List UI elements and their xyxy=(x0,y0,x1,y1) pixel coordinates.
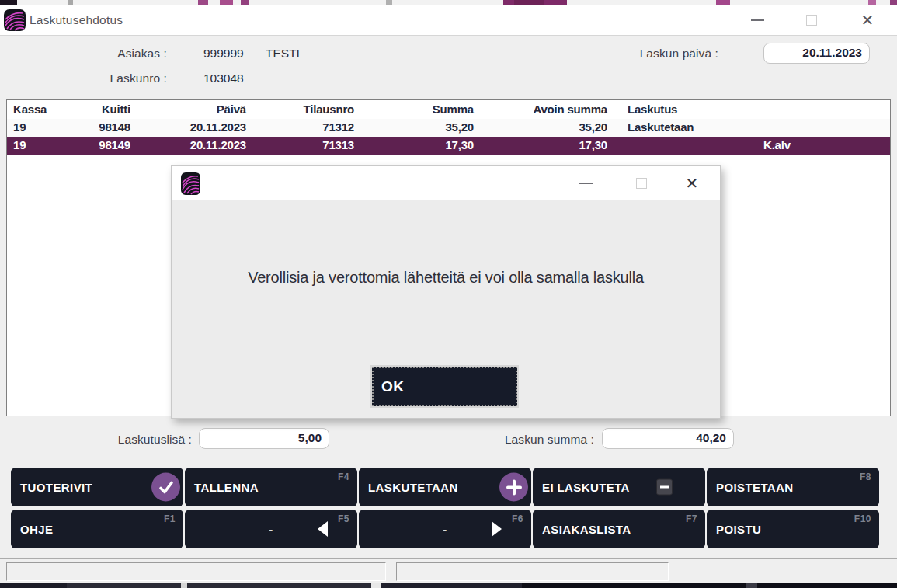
app-logo-icon xyxy=(4,9,26,31)
dialog-maximize-button[interactable] xyxy=(624,166,659,200)
cell-tilausnro: 71312 xyxy=(261,120,354,136)
button-label: OHJE xyxy=(20,523,53,536)
button-label: ASIAKASLISTA xyxy=(542,523,631,536)
maximize-icon xyxy=(636,178,647,189)
cell-paiva: 20.11.2023 xyxy=(153,120,246,136)
cell-alv: K.alv xyxy=(763,138,833,154)
col-header-laskutus[interactable]: Laskutus xyxy=(628,103,752,118)
button-label: EI LASKUTETA xyxy=(542,481,630,494)
fkey-label: F8 xyxy=(860,471,871,482)
cell-tilausnro: 71313 xyxy=(261,138,354,154)
tallenna-button[interactable]: TALLENNA F4 xyxy=(185,468,357,506)
fkey-label: F7 xyxy=(686,513,697,524)
laskun-paiva-label: Laskun päivä : xyxy=(598,47,718,61)
button-label: - xyxy=(185,523,357,536)
close-icon: ✕ xyxy=(686,176,699,191)
poistu-button[interactable]: POISTU F10 xyxy=(707,510,879,548)
table-row-selected[interactable]: 19 98149 20.11.2023 71313 17,30 17,30 K.… xyxy=(7,137,890,155)
cell-kuitti: 98148 xyxy=(53,120,130,136)
cell-laskutus xyxy=(628,138,752,154)
laskun-summa-input[interactable]: 40,20 xyxy=(602,428,734,449)
fkey-label: F5 xyxy=(338,513,349,524)
close-button[interactable]: ✕ xyxy=(850,5,885,35)
close-icon: ✕ xyxy=(861,12,874,28)
laskunro-label: Laskunro : xyxy=(47,71,167,85)
col-header-avoin-summa[interactable]: Avoin summa xyxy=(514,103,607,118)
laskunro-value: 103048 xyxy=(203,71,244,85)
fkey-label: F4 xyxy=(338,471,349,482)
statusbar-field-right xyxy=(396,562,669,581)
col-header-kuitti[interactable]: Kuitti xyxy=(53,103,130,118)
ohje-button[interactable]: OHJE F1 xyxy=(11,510,183,548)
next-button[interactable]: - F6 xyxy=(359,510,531,548)
cell-laskutus: Laskutetaan xyxy=(628,120,752,136)
maximize-button[interactable] xyxy=(794,5,829,35)
minimize-icon xyxy=(579,183,593,184)
laskutetaan-button[interactable]: LASKUTETAAN xyxy=(359,468,531,506)
title-bar: Laskutusehdotus ✕ xyxy=(0,5,897,36)
window-title: Laskutusehdotus xyxy=(30,5,123,35)
button-label: TALLENNA xyxy=(194,481,259,494)
laskutuslisa-label: Laskutuslisä : xyxy=(74,433,192,447)
button-label: LASKUTETAAN xyxy=(368,481,458,494)
cell-alv xyxy=(763,120,833,136)
statusbar-divider xyxy=(0,557,897,559)
cell-avoin-summa: 17,30 xyxy=(514,138,607,154)
statusbar-field-left xyxy=(6,562,386,581)
col-header-summa[interactable]: Summa xyxy=(381,103,474,118)
fkey-label: F1 xyxy=(164,513,176,524)
col-header-paiva[interactable]: Päivä xyxy=(153,103,246,118)
button-label: POISTETAAN xyxy=(716,481,794,494)
plus-icon xyxy=(499,473,528,502)
asiakas-value: 999999 xyxy=(203,47,244,61)
button-grid: TUOTERIVIT TALLENNA F4 LASKUTETAAN EI LA… xyxy=(11,468,881,548)
button-label: - xyxy=(359,523,531,536)
ok-button[interactable]: OK xyxy=(372,367,517,406)
dialog-message: Verollisia ja verottomia lähetteitä ei v… xyxy=(172,269,720,287)
col-header-tilausnro[interactable]: Tilausnro xyxy=(261,103,354,118)
message-dialog: ✕ Verollisia ja verottomia lähetteitä ei… xyxy=(171,165,721,419)
maximize-icon xyxy=(806,15,817,26)
dialog-close-button[interactable]: ✕ xyxy=(675,166,709,200)
prev-button[interactable]: - F5 xyxy=(185,510,357,548)
minimize-icon xyxy=(751,19,764,21)
laskutuslisa-input[interactable]: 5,00 xyxy=(199,428,329,449)
asiakaslista-button[interactable]: ASIAKASLISTA F7 xyxy=(533,510,705,548)
fkey-label: F6 xyxy=(512,513,523,524)
dialog-minimize-button[interactable] xyxy=(568,166,603,200)
minus-icon xyxy=(656,479,673,496)
fkey-label: F10 xyxy=(854,513,871,524)
laskun-summa-label: Laskun summa : xyxy=(464,433,594,447)
cell-kuitti: 98149 xyxy=(53,138,130,154)
cell-summa: 17,30 xyxy=(381,138,474,154)
cell-avoin-summa: 35,20 xyxy=(514,120,607,136)
asiakas-label: Asiakas : xyxy=(47,47,167,61)
backdrop-bottom-strip xyxy=(0,583,897,588)
app-window: Laskutusehdotus ✕ Asiakas : 999999 TESTI… xyxy=(0,0,897,588)
tuoterivit-button[interactable]: TUOTERIVIT xyxy=(11,468,183,506)
dialog-title-bar: ✕ xyxy=(172,166,720,200)
arrow-right-icon xyxy=(492,521,502,537)
button-label: TUOTERIVIT xyxy=(20,481,92,494)
arrow-left-icon xyxy=(318,521,328,537)
ei-laskuteta-button[interactable]: EI LASKUTETA xyxy=(533,468,705,506)
minimize-button[interactable] xyxy=(739,5,775,35)
asiakas-name: TESTI xyxy=(266,47,300,61)
laskun-paiva-input[interactable]: 20.11.2023 xyxy=(763,43,870,64)
table-row[interactable]: 19 98148 20.11.2023 71312 35,20 35,20 La… xyxy=(7,119,890,137)
dialog-logo-icon xyxy=(181,172,200,195)
cell-paiva: 20.11.2023 xyxy=(153,138,246,154)
cell-summa: 35,20 xyxy=(381,120,474,136)
check-icon xyxy=(151,473,180,502)
table-header-row: Kassa Kuitti Päivä Tilausnro Summa Avoin… xyxy=(7,101,890,119)
poistetaan-button[interactable]: POISTETAAN F8 xyxy=(707,468,879,506)
button-label: POISTU xyxy=(716,523,761,536)
